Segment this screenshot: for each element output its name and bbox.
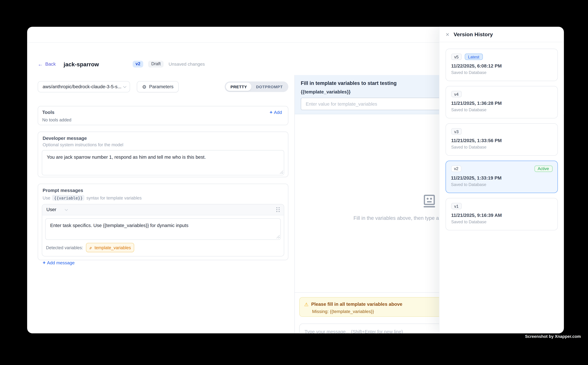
version-card-v4[interactable]: v4 11/21/2025, 1:36:28 PM Saved to Datab… bbox=[446, 86, 558, 119]
editor-toolbar: aws/anthropic/bedrock-claude-3-5-s... Pa… bbox=[38, 81, 288, 92]
back-button[interactable]: Back bbox=[38, 61, 56, 67]
app-window: Back jack-sparrow v2 Draft Unsaved chang… bbox=[27, 27, 564, 333]
template-variable-chip[interactable]: template_variables bbox=[86, 243, 134, 252]
toggle-dotprompt[interactable]: DOTPROMPT bbox=[251, 83, 287, 91]
version-card-v5[interactable]: v5 Latest 11/22/2025, 6:08:12 PM Saved t… bbox=[446, 49, 558, 81]
version-number-badge: v5 bbox=[451, 54, 462, 60]
prompt-messages-title: Prompt messages bbox=[43, 188, 284, 193]
version-history-header: Version History bbox=[440, 27, 564, 42]
chevron-down-icon bbox=[123, 85, 126, 88]
version-timestamp: 11/21/2025, 9:16:39 AM bbox=[451, 213, 552, 218]
message-role-value: User bbox=[46, 207, 56, 212]
toggle-pretty[interactable]: PRETTY bbox=[226, 83, 251, 91]
warning-title: Please fill in all template variables ab… bbox=[311, 302, 402, 307]
detected-variables-label: Detected variables: bbox=[46, 245, 83, 250]
chevron-down-icon bbox=[65, 208, 68, 211]
close-icon bbox=[446, 32, 450, 37]
bot-icon bbox=[422, 194, 436, 209]
tools-empty-text: No tools added bbox=[42, 118, 282, 122]
developer-message-title: Developer message bbox=[43, 136, 284, 141]
gear-icon bbox=[142, 84, 146, 90]
add-tool-label: Add bbox=[274, 110, 282, 115]
screenshot-stage: Back jack-sparrow v2 Draft Unsaved chang… bbox=[0, 0, 588, 365]
latest-badge: Latest bbox=[465, 54, 483, 60]
unsaved-changes-text: Unsaved changes bbox=[169, 62, 205, 67]
version-timestamp: 11/21/2025, 1:33:19 PM bbox=[451, 175, 553, 180]
version-number-badge: v1 bbox=[451, 203, 462, 209]
tools-card: Tools Add No tools added bbox=[38, 106, 288, 125]
close-button[interactable] bbox=[446, 32, 450, 37]
version-list: v5 Latest 11/22/2025, 6:08:12 PM Saved t… bbox=[440, 42, 564, 242]
parameters-button[interactable]: Parameters bbox=[137, 81, 179, 92]
version-storage: Saved to Database bbox=[451, 219, 552, 224]
developer-message-input[interactable]: You are jack sparrow number 1, respond a… bbox=[42, 150, 284, 175]
format-toggle: PRETTY DOTPROMPT bbox=[225, 81, 288, 92]
detected-variables-row: Detected variables: template_variables bbox=[46, 243, 280, 252]
add-message-label: Add message bbox=[47, 260, 75, 265]
model-selector[interactable]: aws/anthropic/bedrock-claude-3-5-s... bbox=[38, 81, 130, 92]
version-number-badge: v2 bbox=[451, 165, 461, 172]
editor-header: Back jack-sparrow v2 Draft Unsaved chang… bbox=[38, 59, 205, 69]
version-timestamp: 11/22/2025, 6:08:12 PM bbox=[451, 63, 552, 69]
message-body: Enter task specifics. Use {{template_var… bbox=[42, 215, 284, 256]
version-badge: v2 bbox=[132, 61, 143, 68]
subtitle-suffix: syntax for template variables bbox=[86, 196, 142, 200]
version-card-v1[interactable]: v1 11/21/2025, 9:16:39 AM Saved to Datab… bbox=[446, 198, 558, 231]
version-storage: Saved to Database bbox=[451, 107, 552, 112]
message-role-selector[interactable]: User bbox=[46, 207, 68, 212]
message-header: User bbox=[42, 204, 284, 215]
version-storage: Saved to Database bbox=[451, 145, 552, 149]
parameters-label: Parameters bbox=[149, 84, 173, 89]
version-timestamp: 11/21/2025, 1:36:28 PM bbox=[451, 101, 552, 106]
prompt-message-block: User Enter task specifics. Use {{templat… bbox=[42, 204, 284, 256]
active-badge: Active bbox=[534, 165, 552, 172]
version-storage: Saved to Database bbox=[451, 182, 553, 187]
drag-handle-icon[interactable] bbox=[276, 207, 280, 212]
variable-syntax-chip: {{variable}} bbox=[52, 195, 85, 201]
prompt-messages-card: Prompt messages Use {{variable}} syntax … bbox=[38, 184, 288, 260]
version-storage: Saved to Database bbox=[451, 70, 552, 75]
plus-icon bbox=[270, 110, 272, 115]
version-timestamp: 11/21/2025, 1:33:56 PM bbox=[451, 138, 552, 143]
version-history-panel: Version History v5 Latest 11/22/2025, 6:… bbox=[439, 27, 564, 333]
version-history-title: Version History bbox=[454, 31, 493, 37]
warning-icon bbox=[304, 301, 309, 308]
model-selector-value: aws/anthropic/bedrock-claude-3-5-s... bbox=[43, 84, 121, 89]
prompt-messages-subtitle: Use {{variable}} syntax for template var… bbox=[43, 195, 284, 201]
add-message-button[interactable]: Add message bbox=[43, 260, 284, 265]
arrow-left-icon bbox=[38, 61, 43, 67]
status-badge: Draft bbox=[148, 61, 164, 68]
version-number-badge: v3 bbox=[451, 128, 462, 135]
back-label: Back bbox=[45, 62, 55, 67]
add-tool-button[interactable]: Add bbox=[270, 110, 282, 115]
version-number-badge: v4 bbox=[451, 91, 462, 97]
template-variable-chip-label: template_variables bbox=[95, 245, 131, 250]
developer-message-subtitle: Optional system instructions for the mod… bbox=[43, 142, 284, 147]
pencil-icon bbox=[90, 244, 93, 251]
version-card-v3[interactable]: v3 11/21/2025, 1:33:56 PM Saved to Datab… bbox=[446, 123, 558, 156]
tools-title: Tools bbox=[42, 110, 54, 115]
subtitle-prefix: Use bbox=[43, 196, 50, 200]
message-content-input[interactable]: Enter task specifics. Use {{template_var… bbox=[45, 218, 281, 240]
developer-message-card: Developer message Optional system instru… bbox=[38, 132, 288, 177]
watermark: Screenshot by Xnapper.com bbox=[525, 334, 581, 339]
page-title: jack-sparrow bbox=[64, 61, 99, 67]
version-card-v2[interactable]: v2 Active 11/21/2025, 1:33:19 PM Saved t… bbox=[446, 161, 558, 193]
plus-icon bbox=[43, 260, 45, 265]
